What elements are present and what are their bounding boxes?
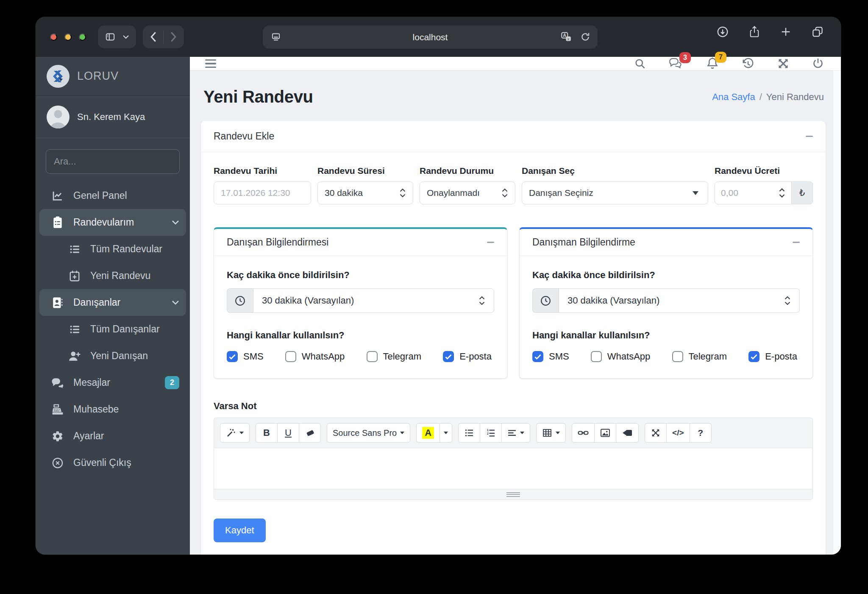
svg-text:2: 2 — [487, 432, 489, 435]
tabs-icon[interactable] — [811, 25, 824, 38]
zoom-window-button[interactable] — [79, 33, 86, 41]
sidebar-item-randevularim[interactable]: Randevularım — [39, 209, 186, 236]
comments-icon — [50, 377, 65, 388]
sidebar-item-label: Genel Panel — [73, 190, 127, 201]
sidebar-item-yeni-randevu[interactable]: Yeni Randevu — [39, 262, 186, 289]
clear-format-button[interactable] — [299, 423, 321, 443]
editor-text-area[interactable] — [214, 448, 812, 489]
unordered-list-button[interactable] — [458, 423, 480, 443]
breadcrumb-separator: / — [760, 92, 762, 102]
status-select[interactable]: Onaylanmadı — [420, 181, 515, 204]
channel-checkbox-whatsapp[interactable]: WhatsApp — [591, 351, 651, 362]
font-family-select[interactable]: Source Sans Pro — [327, 423, 410, 443]
url-text[interactable]: localhost — [263, 25, 598, 49]
fullscreen-button[interactable] — [645, 423, 667, 443]
downloads-icon[interactable] — [716, 25, 729, 38]
duration-select[interactable]: 30 dakika — [317, 181, 413, 204]
reload-icon[interactable] — [580, 31, 591, 42]
save-button[interactable]: Kaydet — [214, 519, 266, 542]
minimize-window-button[interactable] — [64, 33, 72, 41]
sidebar-toggle-icon[interactable] — [105, 31, 116, 42]
clock-icon — [532, 288, 559, 313]
channel-checkbox-eposta[interactable]: E-posta — [748, 351, 797, 362]
sidebar-toggle-group[interactable] — [98, 25, 136, 48]
field-fee: Randevu Ücreti ₺ — [715, 166, 813, 204]
duration-value: 30 dakika — [325, 188, 363, 198]
bell-icon[interactable]: 7 — [706, 57, 719, 70]
address-bar[interactable]: localhost Ax — [263, 25, 598, 49]
underline-button[interactable]: U — [277, 423, 299, 443]
fee-input[interactable] — [721, 188, 779, 198]
style-magic-button[interactable] — [220, 423, 250, 443]
help-button[interactable]: ? — [690, 423, 712, 443]
dropdown-caret-icon — [400, 432, 404, 434]
sidebar-item-tum-danisanlar[interactable]: Tüm Danışanlar — [39, 316, 186, 343]
channel-checkbox-telegram[interactable]: Telegram — [367, 351, 421, 362]
sidebar-item-muhasebe[interactable]: Muhasebe — [39, 396, 186, 423]
header-search-icon[interactable] — [634, 58, 646, 70]
sidebar-item-danisanlar[interactable]: Danışanlar — [39, 289, 186, 316]
history-icon[interactable] — [742, 57, 754, 70]
insert-image-button[interactable] — [594, 423, 616, 443]
resize-grip-icon — [506, 492, 520, 497]
new-tab-icon[interactable] — [780, 26, 792, 38]
bold-button[interactable]: B — [256, 423, 278, 443]
expand-icon[interactable] — [777, 58, 789, 70]
header-messages-icon[interactable]: 3 — [669, 57, 683, 70]
collapse-card-button[interactable] — [793, 242, 800, 243]
insert-link-button[interactable] — [572, 423, 595, 443]
font-color-button[interactable]: A — [416, 423, 440, 443]
sidebar-item-genel-panel[interactable]: Genel Panel — [39, 182, 186, 209]
user-panel[interactable]: Sn. Kerem Kaya — [36, 96, 190, 138]
insert-video-button[interactable] — [616, 423, 639, 443]
ul-icon — [465, 428, 474, 438]
share-icon[interactable] — [748, 25, 760, 38]
card-title: Danışan Bilgilendirmesi — [227, 237, 328, 248]
sidebar-item-tum-randevular[interactable]: Tüm Randevular — [39, 236, 186, 262]
client-select[interactable]: Danışan Seçiniz — [522, 181, 708, 204]
calendar-plus-icon — [67, 270, 82, 282]
power-icon[interactable] — [812, 57, 824, 70]
minutes-select[interactable]: 30 dakika (Varsayılan) — [559, 288, 800, 313]
number-spinner[interactable] — [779, 187, 785, 199]
channel-checkbox-eposta[interactable]: E-posta — [443, 351, 492, 362]
back-button[interactable] — [149, 31, 158, 42]
avatar — [47, 106, 70, 128]
close-window-button[interactable] — [50, 33, 57, 41]
date-input[interactable] — [221, 188, 304, 198]
font-color-caret-button[interactable] — [440, 423, 452, 443]
code-view-button[interactable]: </> — [666, 423, 690, 443]
chevron-down-icon[interactable] — [122, 35, 129, 39]
user-plus-icon — [67, 351, 82, 362]
sidebar-item-ayarlar[interactable]: Ayarlar — [39, 423, 186, 449]
brand[interactable]: LORUV — [36, 57, 190, 96]
breadcrumb-home-link[interactable]: Ana Sayfa — [712, 92, 755, 102]
hamburger-icon[interactable] — [205, 59, 216, 68]
client-notification-card: Danışan Bilgilendirmesi Kaç dakika önce … — [214, 227, 507, 379]
sidebar-item-mesajlar[interactable]: Mesajlar 2 — [39, 369, 186, 396]
duration-label: Randevu Süresi — [317, 166, 413, 176]
channel-checkboxes: SMS WhatsApp Telegram — [227, 351, 494, 362]
divider — [163, 30, 164, 44]
minutes-select[interactable]: 30 dakika (Varsayılan) — [253, 288, 494, 313]
brand-name: LORUV — [77, 70, 119, 83]
minutes-input-group: 30 dakika (Varsayılan) — [532, 288, 800, 313]
main-area: 3 7 — [190, 57, 841, 555]
table-button[interactable] — [536, 423, 566, 443]
collapse-panel-button[interactable] — [806, 136, 813, 137]
breadcrumb-current: Yeni Randevu — [766, 92, 824, 102]
channel-checkbox-telegram[interactable]: Telegram — [672, 351, 727, 362]
channel-checkbox-whatsapp[interactable]: WhatsApp — [285, 351, 345, 362]
sidebar-item-guvenli-cikis[interactable]: Güvenli Çıkış — [39, 449, 186, 476]
translate-icon[interactable]: Ax — [560, 31, 572, 43]
editor-resize-bar[interactable] — [214, 489, 812, 499]
forward-button[interactable] — [169, 31, 178, 42]
sidebar-item-yeni-danisan[interactable]: Yeni Danışan — [39, 343, 186, 369]
sidebar-item-label: Mesajlar — [73, 377, 110, 388]
channel-checkbox-sms[interactable]: SMS — [532, 351, 569, 362]
ordered-list-button[interactable]: 12 — [480, 423, 502, 443]
search-input[interactable] — [46, 150, 180, 173]
collapse-card-button[interactable] — [487, 242, 494, 243]
channel-checkbox-sms[interactable]: SMS — [227, 351, 264, 362]
paragraph-align-button[interactable] — [501, 423, 530, 443]
